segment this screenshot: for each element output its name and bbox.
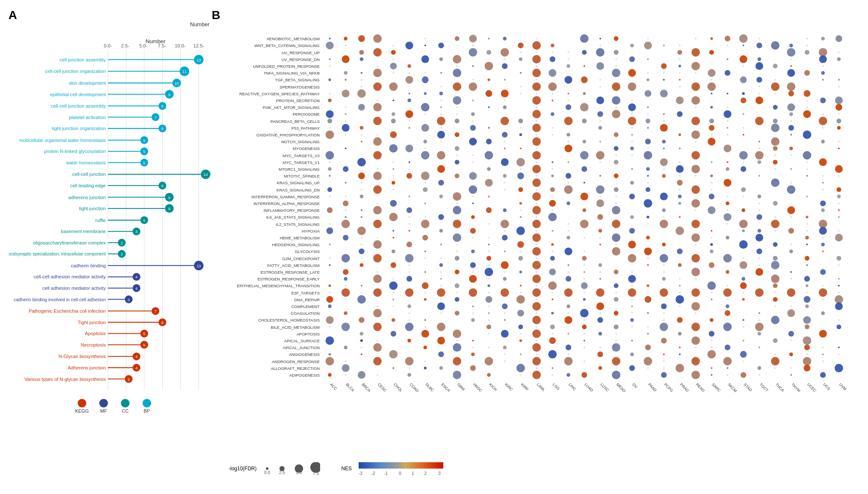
svg-point-382 xyxy=(691,83,700,91)
svg-point-980 xyxy=(804,276,810,282)
svg-point-466 xyxy=(663,113,665,115)
svg-text:3: 3 xyxy=(127,298,130,302)
svg-point-474 xyxy=(327,119,332,123)
svg-text:5: 5 xyxy=(143,139,145,143)
svg-point-793 xyxy=(373,220,382,228)
svg-point-988 xyxy=(455,283,459,288)
svg-point-1188 xyxy=(373,343,382,352)
svg-text:SARC: SARC xyxy=(711,382,721,393)
svg-point-341 xyxy=(679,72,680,74)
svg-point-758 xyxy=(552,209,553,211)
svg-point-572 xyxy=(630,147,634,150)
svg-point-588 xyxy=(532,151,541,160)
svg-text:HNSC: HNSC xyxy=(473,382,483,393)
svg-point-385 xyxy=(771,83,780,91)
svg-point-568 xyxy=(520,147,522,149)
svg-text:EPITHELIAL_MESENCHYMAL_TRANSIT: EPITHELIAL_MESENCHYMAL_TRANSITION xyxy=(237,283,320,288)
svg-point-944 xyxy=(472,271,474,273)
svg-point-1199 xyxy=(645,344,651,350)
svg-point-1061 xyxy=(328,305,332,308)
size-legend-title: -log10(FDR) xyxy=(229,466,257,472)
svg-point-602 xyxy=(393,161,394,163)
svg-point-1162 xyxy=(709,331,715,337)
svg-point-442 xyxy=(615,106,617,108)
svg-point-484 xyxy=(536,120,537,122)
svg-point-1224 xyxy=(774,353,776,355)
svg-point-751 xyxy=(373,206,382,214)
svg-text:NOTCH_SIGNALING: NOTCH_SIGNALING xyxy=(281,139,320,144)
svg-point-1135 xyxy=(550,325,555,329)
svg-point-800 xyxy=(567,223,569,225)
svg-point-574 xyxy=(663,147,665,149)
svg-point-1285 xyxy=(711,374,713,376)
svg-text:CHOLESTEROL_HOMEOSTASIS: CHOLESTEROL_HOMEOSTASIS xyxy=(258,318,320,322)
svg-point-531 xyxy=(552,134,553,136)
svg-point-376 xyxy=(532,83,541,91)
svg-point-1117 xyxy=(630,318,634,322)
svg-point-677 xyxy=(583,182,585,183)
svg-point-877 xyxy=(392,250,395,253)
svg-point-635 xyxy=(663,168,665,170)
svg-point-1246 xyxy=(771,357,780,366)
svg-point-1241 xyxy=(644,357,652,366)
svg-point-868 xyxy=(662,243,666,247)
svg-point-769 xyxy=(838,209,840,211)
svg-point-569 xyxy=(536,147,537,149)
svg-point-1239 xyxy=(583,361,585,362)
svg-point-329 xyxy=(393,72,394,74)
svg-point-813 xyxy=(393,230,394,232)
svg-text:P53_PATHWAY: P53_PATHWAY xyxy=(291,126,320,130)
svg-point-258 xyxy=(743,44,744,46)
svg-point-815 xyxy=(439,229,443,233)
svg-point-876 xyxy=(359,249,365,255)
svg-point-469 xyxy=(743,113,744,115)
svg-point-1281 xyxy=(581,372,587,378)
svg-point-1229 xyxy=(326,357,334,366)
svg-point-257 xyxy=(727,44,728,46)
svg-text:G2M_CHECKPOINT: G2M_CHECKPOINT xyxy=(282,256,320,261)
svg-point-862 xyxy=(517,241,524,248)
svg-point-1085 xyxy=(440,312,442,314)
svg-point-383 xyxy=(708,83,716,91)
svg-point-1202 xyxy=(711,347,713,348)
svg-point-384 xyxy=(758,86,760,88)
svg-text:13: 13 xyxy=(196,58,201,62)
svg-text:5: 5 xyxy=(143,332,145,336)
svg-point-997 xyxy=(679,285,680,286)
svg-point-1131 xyxy=(437,323,445,331)
svg-point-977 xyxy=(741,277,745,281)
svg-point-504 xyxy=(440,127,442,129)
svg-point-1200 xyxy=(679,347,680,348)
svg-point-367 xyxy=(822,79,824,80)
svg-point-1053 xyxy=(675,295,684,304)
svg-point-353 xyxy=(472,79,474,80)
svg-point-907 xyxy=(628,254,636,263)
svg-point-790 xyxy=(838,216,840,218)
svg-point-537 xyxy=(711,134,713,136)
svg-point-981 xyxy=(838,278,840,280)
svg-point-235 xyxy=(710,37,713,40)
svg-point-608 xyxy=(536,161,537,163)
svg-text:COMPLEMENT: COMPLEMENT xyxy=(291,304,320,309)
svg-point-783 xyxy=(663,216,665,218)
svg-text:KIRC: KIRC xyxy=(504,382,514,392)
svg-point-887 xyxy=(583,250,585,252)
svg-point-362 xyxy=(679,79,680,80)
svg-point-760 xyxy=(612,206,620,214)
svg-point-559 xyxy=(771,137,780,146)
svg-point-1231 xyxy=(373,357,382,366)
svg-point-231 xyxy=(600,38,601,39)
svg-point-482 xyxy=(500,117,509,125)
svg-point-622 xyxy=(328,167,332,171)
svg-point-834 xyxy=(361,237,362,239)
svg-point-935 xyxy=(771,261,780,269)
svg-text:CC: CC xyxy=(122,408,129,414)
svg-text:STAD: STAD xyxy=(743,382,753,392)
svg-point-1029 xyxy=(711,292,713,294)
svg-point-1104 xyxy=(821,311,825,315)
svg-point-671 xyxy=(424,182,426,183)
svg-point-265 xyxy=(391,50,396,55)
svg-point-835 xyxy=(377,237,379,239)
svg-point-804 xyxy=(660,220,668,228)
svg-point-1280 xyxy=(567,373,570,377)
